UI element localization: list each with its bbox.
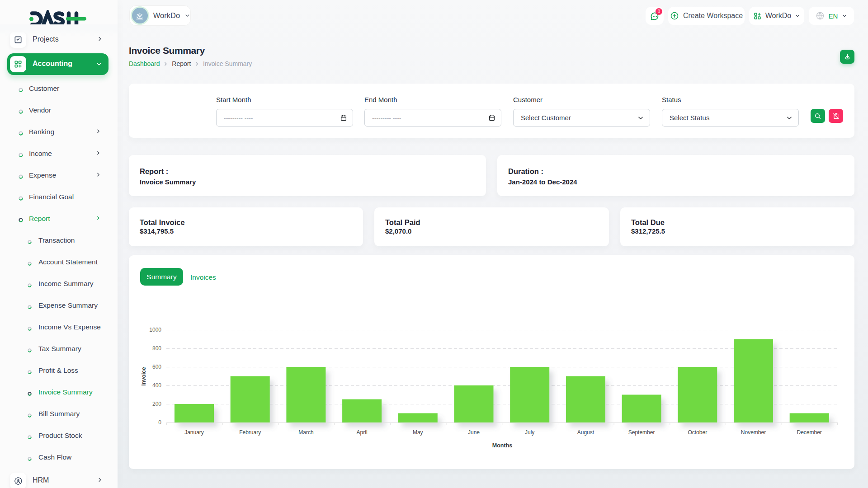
svg-text:November: November xyxy=(741,429,766,436)
svg-text:May: May xyxy=(413,429,423,436)
svg-text:October: October xyxy=(688,429,707,436)
svg-text:600: 600 xyxy=(152,364,161,370)
svg-text:1000: 1000 xyxy=(149,327,161,333)
svg-text:January: January xyxy=(184,429,204,436)
svg-text:Months: Months xyxy=(492,442,512,449)
svg-text:March: March xyxy=(298,429,313,436)
svg-text:200: 200 xyxy=(152,401,161,407)
svg-text:Invoice: Invoice xyxy=(141,367,147,386)
svg-text:September: September xyxy=(628,429,655,436)
svg-text:December: December xyxy=(797,429,822,436)
svg-text:April: April xyxy=(357,429,368,436)
svg-text:June: June xyxy=(468,429,480,436)
svg-text:400: 400 xyxy=(152,382,161,389)
svg-text:February: February xyxy=(239,429,261,436)
svg-text:0: 0 xyxy=(158,419,161,426)
svg-text:July: July xyxy=(525,429,534,436)
svg-text:800: 800 xyxy=(152,345,161,352)
svg-text:August: August xyxy=(577,429,594,436)
